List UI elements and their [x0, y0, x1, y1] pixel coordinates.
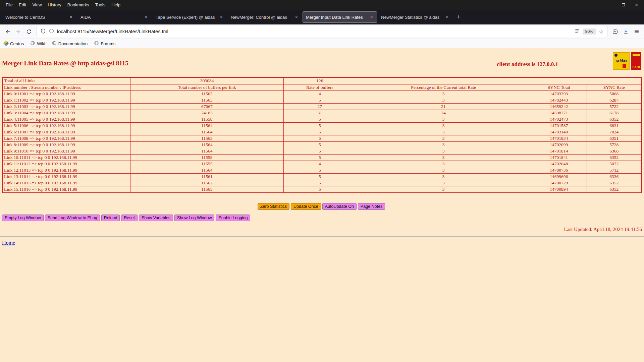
link-cell: Link 3:11004 => tcp 0 0 192.168.11.99 [2, 110, 130, 116]
value-cell: 6352 [587, 116, 642, 123]
value-cell: 6368 [587, 148, 642, 155]
send-log-window-to-elog-button[interactable]: Send Log Window to ELog [45, 215, 100, 221]
column-header: Link number : Stream number : IP address [2, 84, 130, 91]
autoupdate-on-button[interactable]: AutoUpdate On [322, 203, 357, 210]
value-cell: 14702443 [531, 97, 587, 104]
menu-file[interactable]: File [3, 1, 16, 9]
bookmark-documentation[interactable]: Documentation [52, 41, 88, 46]
value-cell: 5 [284, 123, 356, 129]
menu-help[interactable]: Help [108, 1, 123, 9]
value-cell: 14598271 [531, 110, 587, 116]
value-cell: 11558 [130, 116, 283, 123]
reload-icon[interactable] [25, 27, 33, 36]
column-header: SYNC Total [531, 84, 587, 91]
value-cell: 5 [284, 142, 356, 148]
tab-close-icon[interactable]: × [219, 14, 223, 20]
bookmark-label: Centos [10, 41, 24, 46]
downloads-icon[interactable] [622, 27, 630, 36]
value-cell: 5722 [587, 104, 642, 110]
value-cell: 3 [356, 167, 531, 174]
bookmark-centos[interactable]: Centos [4, 41, 24, 46]
empty-log-window-button[interactable]: Empty Log Window [2, 215, 44, 221]
value-cell: 14703149 [531, 129, 587, 135]
page-notes-button[interactable]: Page Notes [358, 203, 385, 210]
summary-row: Total of all Links 303084 126 [2, 77, 642, 84]
link-row: Link 6:11007 => tcp 0 0 192.168.11.99115… [2, 129, 642, 135]
tab-aida[interactable]: AIDA× [77, 11, 152, 23]
forward-icon [14, 27, 22, 36]
link-row: Link 3:11004 => tcp 0 0 192.168.11.99741… [2, 110, 642, 116]
tab-newmerger-control-aidas[interactable]: NewMerger: Control @ aidas× [227, 11, 302, 23]
maximize-icon[interactable] [622, 3, 625, 6]
value-cell: 5 [284, 116, 356, 123]
bookmark-forums[interactable]: Forums [94, 41, 115, 46]
nav-toolbar: localhost:8115/NewMerger/LinkRates/LinkR… [0, 24, 644, 39]
link-row: Link 12:11013 => tcp 0 0 192.168.11.9911… [2, 167, 642, 174]
zoom-level-badge[interactable]: 80% [583, 28, 596, 35]
tab-close-icon[interactable]: × [445, 14, 449, 20]
zero-statistics-button[interactable]: Zero Statistics [258, 203, 289, 210]
tab-close-icon[interactable]: × [294, 14, 299, 20]
show-variables-button[interactable]: Show Variables [139, 215, 173, 221]
value-cell: 5 [284, 129, 356, 135]
menu-view[interactable]: View [29, 1, 45, 9]
menu-hamburger-icon[interactable] [633, 27, 641, 36]
tab-close-icon[interactable]: × [370, 14, 374, 20]
reload-button[interactable]: Reload [101, 215, 120, 221]
column-header: Total number of buffers per link [130, 84, 283, 91]
tab-tape-service-expert-aidas[interactable]: Tape Service (Expert) @ aidas× [152, 11, 227, 23]
back-icon[interactable] [3, 27, 11, 36]
menu-bookmarks[interactable]: Bookmarks [64, 1, 92, 9]
value-cell: 5068 [587, 91, 642, 97]
home-link[interactable]: Home [2, 240, 15, 246]
page-content: Merger Link Data Rates @ http aidas-gsi … [0, 48, 644, 362]
link-cell: Link 12:11013 => tcp 0 0 192.168.11.99 [2, 167, 130, 174]
tab-close-icon[interactable]: × [69, 14, 73, 20]
reader-view-icon[interactable] [574, 28, 580, 35]
tab-label: Tape Service (Expert) @ aidas [156, 15, 217, 20]
update-once-button[interactable]: Update Once [291, 203, 321, 210]
url-text[interactable]: localhost:8115/NewMerger/LinkRates/LinkR… [57, 29, 572, 34]
link-rates-table: Total of all Links 303084 126 Link numbe… [2, 77, 642, 193]
reset-button[interactable]: Reset [121, 215, 138, 221]
enable-logging-button[interactable]: Enable Logging [216, 215, 250, 221]
link-cell: Link 13:11014 => tcp 0 0 192.168.11.99 [2, 174, 130, 180]
value-cell: 14701814 [531, 148, 587, 155]
close-icon[interactable]: × [635, 2, 638, 7]
show-log-window-button[interactable]: Show Log Window [174, 215, 215, 221]
link-cell: Link 15:11016 => tcp 0 0 192.168.11.99 [2, 186, 130, 193]
value-cell: 3 [356, 148, 531, 155]
shield-icon[interactable] [40, 28, 46, 35]
tab-welcome-to-centos[interactable]: Welcome to CentOS× [2, 11, 76, 23]
value-cell: 14701587 [531, 123, 587, 129]
url-bar[interactable]: localhost:8115/NewMerger/LinkRates/LinkR… [37, 26, 607, 37]
tab-merger-input-data-link-rates[interactable]: Merger Input Data Link Rates× [303, 11, 377, 23]
bookmark-label: Documentation [58, 41, 88, 46]
tab-newmerger-statistics-aidas[interactable]: NewMerger Statistics @ aidas× [378, 11, 452, 23]
value-cell: 27 [284, 104, 356, 110]
tab-close-icon[interactable]: × [144, 14, 148, 20]
value-cell: 11565 [130, 186, 283, 193]
tab-label: Welcome to CentOS [5, 15, 67, 20]
site-info-icon[interactable] [49, 28, 54, 35]
column-header: Percentage of the Current total Rate [356, 84, 531, 91]
value-cell: 11563 [130, 97, 283, 104]
value-cell: 11555 [130, 161, 283, 167]
fair-logo-band [633, 54, 640, 56]
minimize-icon[interactable] [608, 5, 612, 5]
value-cell: 6831 [587, 123, 642, 129]
logos: Midas FAIR [613, 52, 641, 70]
menu-history[interactable]: History [45, 1, 64, 9]
midas-logo-text: Midas [615, 58, 627, 64]
menu-edit[interactable]: Edit [16, 1, 29, 9]
value-cell: 11564 [130, 167, 283, 174]
new-tab-button[interactable]: + [453, 13, 465, 21]
bookmark-wiki[interactable]: Wiki [31, 41, 45, 46]
value-cell: 3 [356, 123, 531, 129]
bookmark-star-icon[interactable]: ☆ [599, 29, 604, 35]
value-cell: 5072 [587, 161, 642, 167]
value-cell: 14701834 [531, 135, 587, 142]
pocket-icon[interactable] [611, 27, 619, 36]
link-cell: Link 1:11002 => tcp 0 0 192.168.11.99 [2, 97, 130, 104]
menu-tools[interactable]: Tools [92, 1, 108, 9]
